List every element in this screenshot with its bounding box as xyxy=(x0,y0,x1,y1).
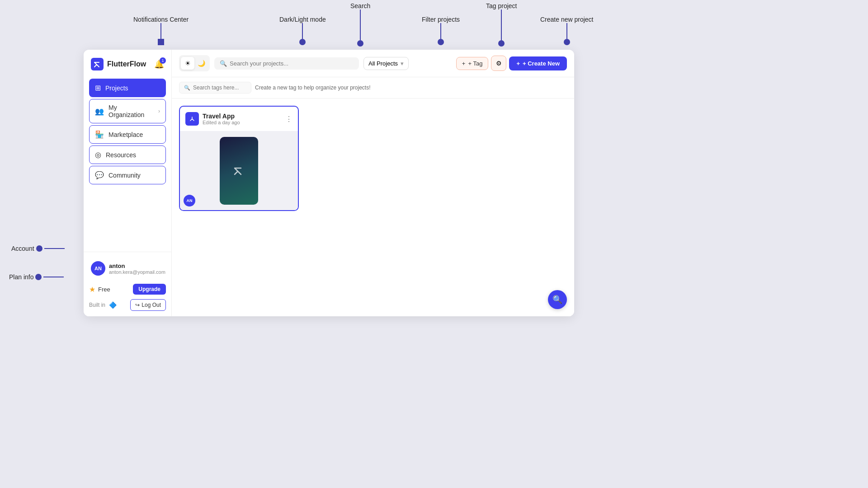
annotation-notifications: Notifications Center xyxy=(133,16,189,45)
annotation-filter-label: Filter projects xyxy=(422,16,460,23)
annotation-plan-label: Plan info xyxy=(9,273,33,281)
project-menu-button[interactable]: ⋮ xyxy=(285,115,292,123)
annotation-notifications-line xyxy=(160,23,161,39)
search-fab-button[interactable]: 🔍 xyxy=(548,290,567,309)
annotation-darklight: Dark/Light mode xyxy=(279,16,326,45)
logout-button[interactable]: ↪ Log Out xyxy=(130,299,166,311)
annotation-tag-label: Tag project xyxy=(486,2,517,9)
annotation-search-label: Search xyxy=(350,2,370,9)
sidebar-item-my-organization[interactable]: 👥 My Organization › xyxy=(89,99,166,123)
sidebar-item-marketplace[interactable]: 🏪 Marketplace xyxy=(89,125,166,144)
sidebar-bottom: AN anton anton.kera@yopmail.com ★ Free U… xyxy=(84,252,171,316)
filter-label: All Projects xyxy=(368,60,398,67)
annotation-tag-line xyxy=(501,9,502,40)
flutterflow-small-icon: 🔷 xyxy=(109,301,117,309)
annotation-filter-dot xyxy=(438,39,444,45)
app-name: FlutterFlow xyxy=(107,60,146,68)
community-icon: 💬 xyxy=(95,171,104,179)
annotation-darklight-label: Dark/Light mode xyxy=(279,16,326,23)
annotation-notifications-label: Notifications Center xyxy=(133,16,189,23)
user-info: anton anton.kera@yopmail.com xyxy=(109,263,165,275)
grid-icon: ⊞ xyxy=(95,84,101,92)
tag-search-input[interactable] xyxy=(193,84,246,91)
create-new-button[interactable]: + + Create New xyxy=(509,56,567,70)
notification-badge: 1 xyxy=(160,57,166,64)
annotation-tag-dot xyxy=(498,40,505,47)
project-icon xyxy=(185,112,199,126)
gear-icon: ⚙ xyxy=(496,60,502,67)
org-icon: 👥 xyxy=(95,107,104,116)
plan-label: Free xyxy=(98,286,110,293)
sidebar-item-resources[interactable]: ◎ Resources xyxy=(89,145,166,164)
search-icon: 🔍 xyxy=(220,60,227,67)
user-row: AN anton anton.kera@yopmail.com xyxy=(89,258,166,279)
sidebar-nav: ⊞ Projects 👥 My Organization › 🏪 Marketp… xyxy=(84,79,171,252)
plus-icon-create: + xyxy=(516,60,520,67)
light-mode-button[interactable]: ☀ xyxy=(181,57,194,70)
annotation-account-label: Account xyxy=(11,245,34,252)
annotation-create-label: Create new project xyxy=(540,16,594,23)
sidebar-item-community[interactable]: 💬 Community xyxy=(89,166,166,184)
logout-icon: ↪ xyxy=(135,302,140,308)
phone-app-logo xyxy=(231,163,247,179)
chevron-right-icon: › xyxy=(158,108,160,114)
annotation-darklight-line xyxy=(302,23,303,39)
annotation-account-hline xyxy=(44,248,65,249)
annotation-search-dot xyxy=(357,40,363,47)
filter-select[interactable]: All Projects ▾ xyxy=(363,57,409,70)
sidebar-item-projects[interactable]: ⊞ Projects xyxy=(89,79,166,97)
star-icon: ★ xyxy=(89,285,95,294)
search-input[interactable] xyxy=(230,60,354,67)
annotation-search: Search xyxy=(350,2,370,47)
built-in-label: Built in xyxy=(89,302,105,308)
resources-icon: ◎ xyxy=(95,150,101,159)
project-user-avatar: AN xyxy=(184,195,195,206)
dark-mode-button[interactable]: 🌙 xyxy=(194,57,208,70)
annotation-create-dot xyxy=(564,39,570,45)
tag-search-icon: 🔍 xyxy=(184,85,190,91)
main-content: ☀ 🌙 🔍 All Projects ▾ + + Tag ⚙ xyxy=(172,50,574,316)
upgrade-button[interactable]: Upgrade xyxy=(133,284,166,295)
annotation-account: Account xyxy=(11,245,65,252)
annotation-plan-hline xyxy=(43,277,64,277)
annotation-tag: Tag project xyxy=(486,2,517,47)
plus-icon: + xyxy=(462,60,466,67)
annotation-plan: Plan info xyxy=(9,273,64,281)
settings-button[interactable]: ⚙ xyxy=(491,56,506,71)
avatar: AN xyxy=(91,261,105,276)
app-container: FlutterFlow 🔔 1 ⊞ Projects 👥 My Organiza… xyxy=(84,50,574,316)
annotation-notifications-dot xyxy=(158,39,164,45)
sidebar: FlutterFlow 🔔 1 ⊞ Projects 👥 My Organiza… xyxy=(84,50,172,316)
notification-bell[interactable]: 🔔 1 xyxy=(154,59,164,69)
project-preview: AN xyxy=(180,131,298,210)
tag-search-box: 🔍 xyxy=(179,82,251,94)
theme-toggle: ☀ 🌙 xyxy=(179,55,210,71)
chevron-down-icon: ▾ xyxy=(401,60,404,67)
search-fab-icon: 🔍 xyxy=(552,295,562,305)
project-info: Travel App Edited a day ago xyxy=(203,113,282,125)
annotation-filter: Filter projects xyxy=(422,16,460,45)
built-in-row: Built in 🔷 ↪ Log Out xyxy=(89,299,166,311)
plan-row: ★ Free Upgrade xyxy=(89,284,166,295)
projects-area: Travel App Edited a day ago ⋮ AN 🔍 xyxy=(172,99,574,316)
search-box: 🔍 xyxy=(214,57,359,70)
annotation-create: Create new project xyxy=(540,16,594,45)
annotation-create-line xyxy=(566,23,567,39)
svg-rect-0 xyxy=(91,58,104,70)
project-subtitle: Edited a day ago xyxy=(203,120,282,125)
marketplace-icon: 🏪 xyxy=(95,130,104,139)
project-title: Travel App xyxy=(203,113,282,120)
flutterflow-logo-icon xyxy=(91,58,104,70)
phone-mockup xyxy=(220,137,258,205)
tag-button[interactable]: + + Tag xyxy=(456,57,489,70)
project-card-travel-app[interactable]: Travel App Edited a day ago ⋮ AN xyxy=(179,106,299,211)
project-card-header: Travel App Edited a day ago ⋮ xyxy=(180,107,298,131)
annotation-account-dot xyxy=(36,245,42,252)
user-name: anton xyxy=(109,263,165,269)
tag-search-bar: 🔍 Create a new tag to help organize your… xyxy=(172,77,574,99)
annotation-search-line xyxy=(360,9,361,40)
tag-hint: Create a new tag to help organize your p… xyxy=(255,84,370,91)
sidebar-logo-area: FlutterFlow 🔔 1 xyxy=(84,50,171,79)
annotation-filter-line xyxy=(440,23,441,39)
annotation-darklight-dot xyxy=(299,39,306,45)
